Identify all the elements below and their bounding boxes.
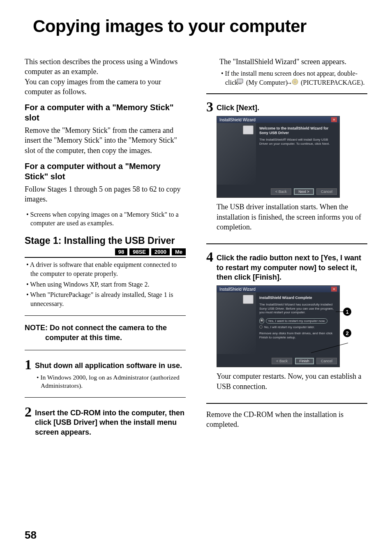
remove-cd-note: Remove the CD-ROM when the installation … xyxy=(206,410,367,430)
divider-thick xyxy=(206,243,367,244)
cancel-button[interactable]: Cancel xyxy=(316,358,337,364)
radio-on-icon xyxy=(260,319,263,322)
step-number: 3 xyxy=(206,100,213,114)
finish-button[interactable]: Finish xyxy=(295,358,314,364)
step-4-result: Your computer restarts. Now, you can est… xyxy=(217,371,367,391)
installshield-appears: The "InstallShield Wizard" screen appear… xyxy=(219,57,367,67)
subhead-without-slot: For a computer without a "Memory Stick" … xyxy=(25,161,186,182)
warning-note: NOTE: Do not connect the camera to the c… xyxy=(25,323,186,343)
note-part-c: (PICTUREPACKAGE). xyxy=(301,79,364,86)
close-icon[interactable]: × xyxy=(331,287,337,292)
subhead-with-slot: For a computer with a "Memory Stick" slo… xyxy=(25,102,186,123)
os-badge-row: 98 98SE 2000 Me xyxy=(25,248,186,255)
dialog-body-text: The InstallShield® Wizard will install S… xyxy=(259,138,336,146)
stage-heading-box: Stage 1: Installing the USB Driver 98 98… xyxy=(25,235,186,258)
step-2-title: Insert the CD-ROM into the computer, the… xyxy=(35,408,186,437)
svg-rect-0 xyxy=(237,79,243,83)
stage-title: Stage 1: Installing the USB Driver xyxy=(25,235,186,247)
close-icon[interactable]: × xyxy=(331,117,337,122)
step-4-title: Click the radio button next to [Yes, I w… xyxy=(217,253,367,282)
divider-thick xyxy=(206,93,367,94)
intro-paragraph: This section describes the process using… xyxy=(25,57,186,97)
cd-rom-icon xyxy=(296,79,298,88)
stage-bullet-1: A driver is software that enable equipme… xyxy=(25,260,186,278)
back-button[interactable]: < Back xyxy=(272,358,292,364)
stage-bullet-2: When using Windows XP, start from Stage … xyxy=(25,280,186,289)
radio-off-icon xyxy=(259,325,263,329)
dialog-body-text-2: Remove any disks from their drives, and … xyxy=(259,331,336,339)
step-1: 1 Shut down all application software in … xyxy=(25,358,186,390)
svg-rect-1 xyxy=(238,83,242,84)
paragraph-without-slot: Follow Stages 1 through 5 on pages 58 to… xyxy=(25,184,186,204)
dialog-title-text: InstallShield Wizard xyxy=(219,287,256,292)
os-badge-2000: 2000 xyxy=(151,248,170,255)
svg-point-3 xyxy=(294,81,296,83)
step-3-title: Click [Next]. xyxy=(217,103,367,113)
step-number: 2 xyxy=(25,405,32,419)
radio-option-no[interactable]: No, I will restart my computer later. xyxy=(259,325,336,329)
step-number: 1 xyxy=(25,358,32,372)
left-column: This section describes the process using… xyxy=(25,57,186,440)
install-menu-note: If the install menu screen does not appe… xyxy=(219,69,367,88)
installshield-dialog-2: InstallShield Wizard × InstallShield Wiz… xyxy=(217,285,340,367)
step-2: 2 Insert the CD-ROM into the computer, t… xyxy=(25,405,186,437)
paragraph-with-slot: Remove the "Memory Stick" from the camer… xyxy=(25,125,186,155)
step-3-result: The USB driver installation starts. When… xyxy=(217,202,367,232)
os-badge-me: Me xyxy=(172,248,186,255)
cancel-button[interactable]: Cancel xyxy=(316,188,337,195)
os-badge-98se: 98SE xyxy=(129,248,149,255)
dialog-heading: InstallShield Wizard Complete xyxy=(259,296,336,300)
note-bullet: Screens when copying images on a "Memory… xyxy=(25,210,186,228)
step-1-sub: In Windows 2000, log on as Administrator… xyxy=(35,373,186,390)
computer-icon xyxy=(243,125,254,134)
dialog-heading: Welcome to the InstallShield Wizard for … xyxy=(259,126,336,135)
back-button[interactable]: < Back xyxy=(271,188,291,195)
step-1-title: Shut down all application software in us… xyxy=(35,361,186,370)
dialog-titlebar: InstallShield Wizard × xyxy=(217,116,339,123)
page-title: Copying images to your computer xyxy=(33,16,367,36)
dialog-sidebar-graphic xyxy=(217,123,256,185)
step-number: 4 xyxy=(206,250,213,264)
intro-line-1: This section describes the process using… xyxy=(25,58,178,76)
divider xyxy=(25,397,186,398)
two-column-layout: This section describes the process using… xyxy=(25,57,367,440)
right-column: The "InstallShield Wizard" screen appear… xyxy=(206,57,367,440)
divider xyxy=(25,315,186,316)
dialog-titlebar: InstallShield Wizard × xyxy=(217,286,339,292)
radio-no-label: No, I will restart my computer later. xyxy=(264,325,315,329)
page-number: 58 xyxy=(25,529,37,542)
os-badge-98: 98 xyxy=(115,248,127,255)
my-computer-icon xyxy=(240,79,244,88)
dialog-sidebar-graphic xyxy=(217,292,256,354)
divider xyxy=(25,350,186,350)
stage-bullet-3: When "PicturePackage" is already install… xyxy=(25,290,186,308)
note-part-b: (My Computer) xyxy=(246,79,289,86)
computer-icon xyxy=(243,295,254,304)
radio-yes-label: Yes, I want to restart my computer now. xyxy=(266,318,327,324)
step-3: 3 Click [Next]. InstallShield Wizard × W… xyxy=(206,100,367,238)
divider-thick xyxy=(206,403,367,404)
intro-line-2: You can copy images from the camera to y… xyxy=(25,78,161,96)
dialog-body-text-1: The InstallShield Wizard has successfull… xyxy=(259,303,336,315)
step-4: 4 Click the radio button next to [Yes, I… xyxy=(206,250,367,397)
next-button[interactable]: Next > xyxy=(294,188,314,195)
installshield-dialog-1: InstallShield Wizard × Welcome to the In… xyxy=(217,116,340,198)
radio-option-yes[interactable]: Yes, I want to restart my computer now. xyxy=(259,318,336,324)
dialog-title-text: InstallShield Wizard xyxy=(219,118,256,122)
